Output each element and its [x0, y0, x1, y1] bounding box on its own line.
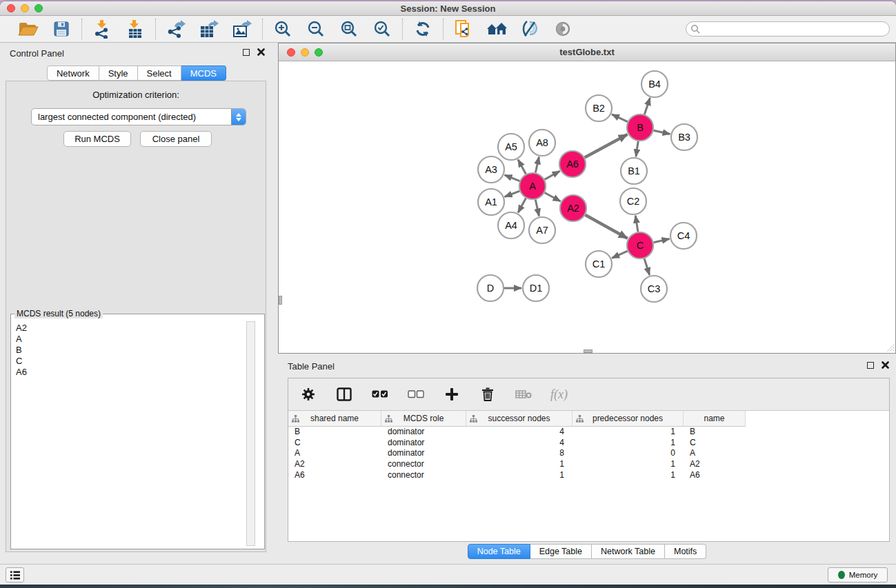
column-header-shared-name[interactable]: shared name — [288, 411, 381, 427]
edge-C-C2[interactable] — [635, 216, 638, 232]
resize-grip-icon[interactable] — [886, 343, 895, 352]
column-settings-gear-icon[interactable] — [299, 385, 317, 403]
refresh-icon[interactable] — [412, 18, 434, 40]
horizontal-scrollbar-stub[interactable] — [584, 349, 593, 353]
node-A2[interactable]: A2 — [560, 195, 586, 221]
node-B3[interactable]: B3 — [671, 124, 697, 150]
select-all-checkboxes-icon[interactable] — [371, 385, 389, 403]
edge-A-A4[interactable] — [518, 199, 526, 213]
export-network-icon[interactable] — [165, 18, 187, 40]
delete-column-trash-icon[interactable] — [479, 385, 497, 403]
node-A3[interactable]: A3 — [478, 156, 504, 183]
node-A4[interactable]: A4 — [498, 212, 524, 239]
table-row[interactable]: Bdominator41B — [288, 427, 889, 438]
function-builder-icon[interactable]: f(x) — [550, 387, 568, 402]
edge-A-A1[interactable] — [505, 191, 520, 196]
mcds-result-list[interactable]: A2ABCA6 — [14, 321, 243, 546]
network-window-titlebar[interactable]: testGlobe.txt — [279, 43, 895, 61]
tab-network-table[interactable]: Network Table — [592, 544, 665, 559]
search-box[interactable] — [686, 21, 890, 37]
add-column-icon[interactable] — [443, 385, 461, 403]
task-history-button[interactable] — [6, 567, 24, 582]
close-table-panel-icon[interactable] — [882, 361, 889, 369]
show-columns-icon[interactable] — [335, 385, 353, 403]
edge-A6-B[interactable] — [585, 134, 628, 157]
node-D[interactable]: D — [477, 275, 504, 301]
column-header-predecessor-nodes[interactable]: predecessor nodes — [573, 411, 684, 427]
node-C4[interactable]: C4 — [670, 223, 697, 249]
zoom-fit-icon[interactable] — [338, 18, 360, 40]
new-network-from-selection-icon[interactable] — [452, 18, 475, 40]
node-A5[interactable]: A5 — [498, 134, 524, 160]
table-row[interactable]: A2connector11A2 — [288, 459, 889, 470]
hide-graphics-details-icon[interactable] — [519, 18, 541, 40]
edge-B-B3[interactable] — [654, 130, 670, 134]
column-header-name[interactable]: name — [684, 411, 746, 427]
mcds-result-item[interactable]: B — [14, 345, 243, 356]
close-panel-button[interactable]: Close panel — [140, 131, 212, 147]
delete-table-icon[interactable] — [515, 385, 532, 403]
tab-select[interactable]: Select — [138, 65, 181, 81]
mcds-result-item[interactable]: A6 — [14, 367, 243, 378]
memory-button[interactable]: Memory — [828, 567, 888, 582]
tab-edge-table[interactable]: Edge Table — [530, 544, 592, 559]
close-panel-icon[interactable] — [257, 48, 265, 56]
node-A6[interactable]: A6 — [559, 151, 586, 177]
column-header-mcds-role[interactable]: MCDS role — [381, 411, 466, 427]
edge-A2-C[interactable] — [585, 215, 627, 239]
table-row[interactable]: A6connector11A6 — [288, 470, 889, 481]
edge-C-C1[interactable] — [612, 251, 628, 258]
node-A[interactable]: A — [519, 173, 546, 199]
node-B2[interactable]: B2 — [586, 95, 612, 121]
node-B[interactable]: B — [627, 114, 653, 141]
tab-node-table[interactable]: Node Table — [468, 544, 530, 559]
run-mcds-button[interactable]: Run MCDS — [63, 131, 131, 147]
edge-A-A8[interactable] — [535, 156, 539, 172]
tab-style[interactable]: Style — [99, 65, 138, 81]
deselect-all-checkboxes-icon[interactable] — [407, 385, 425, 403]
node-A7[interactable]: A7 — [529, 217, 555, 243]
edge-B-B1[interactable] — [636, 141, 638, 156]
search-input[interactable] — [701, 24, 889, 34]
mcds-result-item[interactable]: A2 — [14, 323, 243, 334]
node-C1[interactable]: C1 — [586, 251, 612, 277]
export-image-icon[interactable] — [231, 18, 253, 40]
edge-A-A6[interactable] — [545, 171, 560, 179]
tab-network[interactable]: Network — [47, 65, 99, 81]
edge-C-C3[interactable] — [644, 258, 650, 275]
mcds-list-scrollbar[interactable] — [246, 321, 255, 546]
node-A8[interactable]: A8 — [529, 130, 555, 156]
open-session-icon[interactable] — [17, 18, 39, 40]
main-titlebar[interactable]: Session: New Session — [0, 1, 896, 16]
node-B1[interactable]: B1 — [621, 158, 647, 184]
edge-B-B2[interactable] — [612, 114, 628, 122]
import-network-icon[interactable] — [91, 18, 113, 40]
node-B4[interactable]: B4 — [641, 71, 668, 97]
node-C3[interactable]: C3 — [641, 276, 667, 302]
node-A1[interactable]: A1 — [478, 189, 504, 215]
tab-mcds[interactable]: MCDS — [181, 65, 226, 81]
float-panel-icon[interactable] — [243, 49, 250, 56]
edge-B-B4[interactable] — [644, 98, 650, 114]
table-row[interactable]: Adominator80A — [288, 448, 889, 459]
edge-C-C4[interactable] — [654, 239, 670, 243]
optimization-criterion-select[interactable]: largest connected component (directed) — [31, 108, 246, 125]
edge-A-A5[interactable] — [518, 159, 526, 174]
zoom-in-icon[interactable] — [272, 18, 294, 40]
mcds-result-item[interactable]: C — [14, 356, 243, 367]
zoom-selected-icon[interactable] — [371, 18, 393, 40]
import-table-icon[interactable] — [124, 18, 146, 40]
zoom-out-icon[interactable] — [305, 18, 327, 40]
column-header-successor-nodes[interactable]: successor nodes — [466, 411, 573, 427]
network-canvas[interactable]: AA1A2A3A4A5A6A7A8BB1B2B3B4CC1C2C3C4DD1 — [279, 61, 895, 353]
edge-A-A3[interactable] — [504, 175, 519, 181]
node-C[interactable]: C — [627, 232, 653, 258]
show-hide-panels-eye-icon[interactable] — [552, 18, 574, 40]
float-table-panel-icon[interactable] — [867, 362, 874, 369]
mcds-result-item[interactable]: A — [14, 334, 243, 345]
edge-A-A7[interactable] — [535, 200, 539, 216]
save-session-icon[interactable] — [50, 18, 72, 40]
home-icon[interactable] — [486, 18, 508, 40]
table-row[interactable]: Cdominator41C — [288, 438, 889, 449]
tab-motifs[interactable]: Motifs — [665, 544, 706, 559]
